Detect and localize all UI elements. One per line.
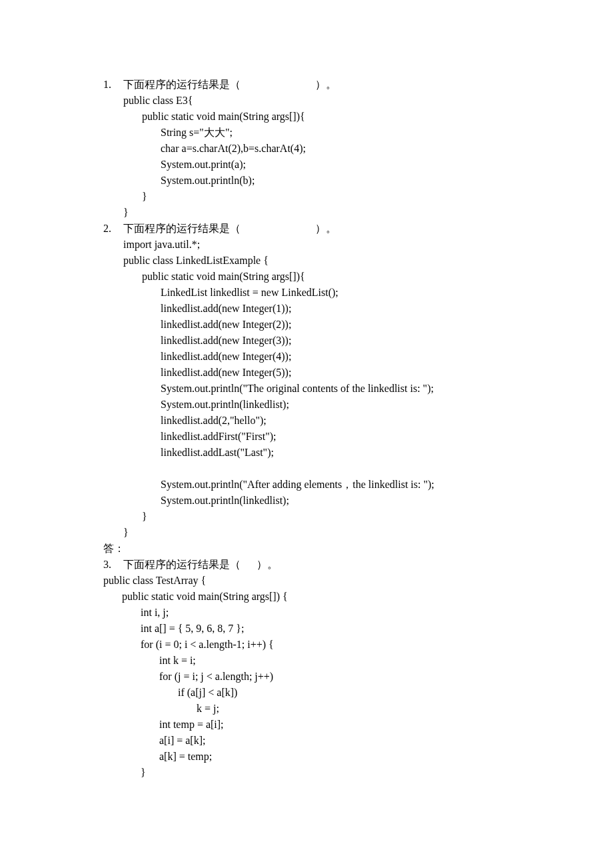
code-line: } (103, 525, 516, 541)
q3-number: 3. (103, 557, 123, 573)
code-line: linkedlist.add(new Integer(3)); (103, 333, 516, 349)
code-line: linkedlist.add(new Integer(2)); (103, 317, 516, 333)
code-line: } (103, 765, 516, 781)
code-line: } (103, 509, 516, 525)
code-line: linkedlist.add(2,"hello"); (103, 413, 516, 429)
q3-prompt: 下面程序的运行结果是（ ）。 (123, 559, 278, 570)
code-line: for (i = 0; i < a.length-1; i++) { (103, 637, 516, 653)
code-line: public static void main(String args[]){ (103, 269, 516, 285)
q1-number: 1. (103, 77, 123, 93)
code-line: public static void main(String args[]){ (103, 109, 516, 125)
code-line: System.out.print(a); (103, 157, 516, 173)
code-line: a[k] = temp; (103, 749, 516, 765)
code-line: System.out.println(linkedlist); (103, 493, 516, 509)
code-line: linkedlist.add(new Integer(1)); (103, 301, 516, 317)
q2-number: 2. (103, 221, 123, 237)
code-line: import java.util.*; (103, 237, 516, 253)
code-line: linkedlist.addLast("Last"); (103, 445, 516, 461)
q2-prompt: 下面程序的运行结果是（ ）。 (123, 223, 336, 234)
code-line: int a[] = { 5, 9, 6, 8, 7 }; (103, 621, 516, 637)
code-line: linkedlist.add(new Integer(5)); (103, 365, 516, 381)
code-line: k = j; (103, 701, 516, 717)
document-page: 1.下面程序的运行结果是（ ）。 public class E3{ public… (0, 0, 613, 847)
code-line: linkedlist.addFirst("First"); (103, 429, 516, 445)
code-line: public class LinkedListExample { (103, 253, 516, 269)
code-line: if (a[j] < a[k]) (103, 685, 516, 701)
code-line: linkedlist.add(new Integer(4)); (103, 349, 516, 365)
code-line: } (103, 189, 516, 205)
answer-label: 答： (103, 541, 516, 557)
question-3-header: 3.下面程序的运行结果是（ ）。 (103, 557, 516, 573)
code-line: LinkedList linkedlist = new LinkedList()… (103, 285, 516, 301)
code-line: System.out.println("The original content… (103, 381, 516, 397)
code-line: public class TestArray { (103, 573, 516, 589)
code-line: } (103, 205, 516, 221)
code-line (103, 461, 516, 477)
question-2-header: 2.下面程序的运行结果是（ ）。 (103, 221, 516, 237)
code-line: int i, j; (103, 605, 516, 621)
code-line: char a=s.charAt(2),b=s.charAt(4); (103, 141, 516, 157)
code-line: public class E3{ (103, 93, 516, 109)
code-line: System.out.println(b); (103, 173, 516, 189)
code-line: int k = i; (103, 653, 516, 669)
code-line: public static void main(String args[]) { (103, 589, 516, 605)
code-line: a[i] = a[k]; (103, 733, 516, 749)
code-line: String s="大大"; (103, 125, 516, 141)
code-line: System.out.println(linkedlist); (103, 397, 516, 413)
code-line: for (j = i; j < a.length; j++) (103, 669, 516, 685)
code-line: int temp = a[i]; (103, 717, 516, 733)
question-1-header: 1.下面程序的运行结果是（ ）。 (103, 77, 516, 93)
code-line: System.out.println("After adding element… (103, 477, 516, 493)
q1-prompt: 下面程序的运行结果是（ ）。 (123, 79, 336, 90)
